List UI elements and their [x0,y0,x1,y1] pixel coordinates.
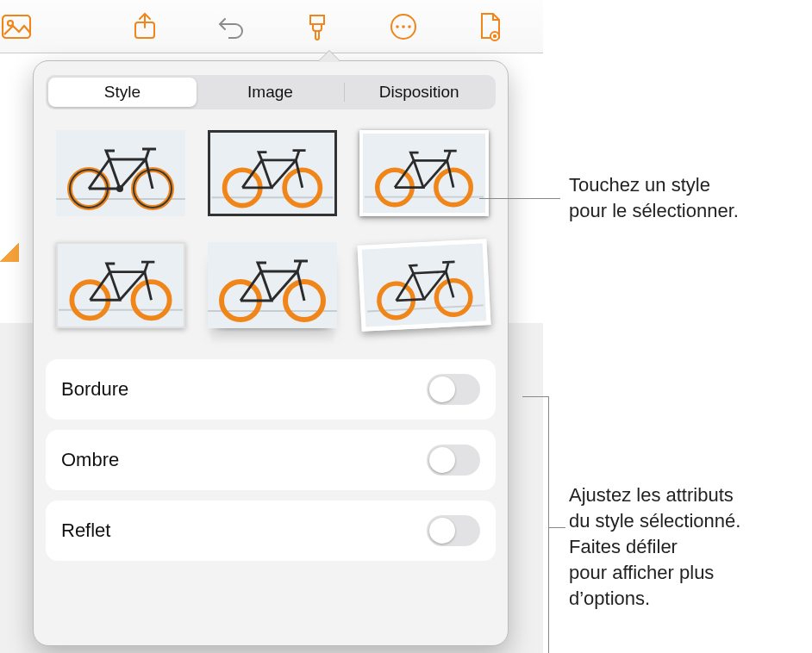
callout-style-select: Touchez un style pour le sélectionner. [569,172,810,224]
format-brush-icon [304,12,330,41]
share-icon [132,12,158,41]
style-thumbnail[interactable] [54,240,187,330]
bicycle-icon [210,133,334,214]
callout-leader-line [522,396,548,397]
callout-text: Ajustez les attributs [569,482,810,508]
option-reflet: Reflet [46,501,496,561]
style-thumbnail[interactable] [355,237,492,333]
svg-point-15 [116,185,123,192]
style-thumbnail[interactable] [206,240,339,330]
style-thumbnail[interactable] [54,128,187,218]
undo-icon [216,14,246,40]
callout-text: du style sélectionné. [569,508,810,534]
callout-text: pour afficher plus [569,560,810,586]
tab-label: Style [104,83,141,102]
format-popover: Style Image Disposition Bordure Ombre [33,60,509,646]
option-label: Ombre [61,449,119,471]
selection-handle [0,243,19,262]
tab-image[interactable]: Image [197,78,345,107]
callout-text: d’options. [569,586,810,612]
tab-disposition[interactable]: Disposition [345,78,493,107]
bicycle-icon [363,134,485,213]
option-label: Bordure [61,378,128,401]
callout-text: Touchez un style [569,172,810,198]
svg-point-1 [8,21,13,26]
callout-leader-line [548,396,549,653]
photos-icon [2,15,31,39]
switch-reflet[interactable] [427,515,480,546]
switch-bordure[interactable] [427,374,480,405]
tab-label: Image [247,83,293,102]
style-thumbnail[interactable] [206,128,339,218]
callout-text: pour le sélectionner. [569,198,810,224]
more-icon [389,12,418,41]
option-ombre: Ombre [46,430,496,490]
style-thumbnail-grid [54,128,487,330]
bicycle-icon [208,242,337,328]
photos-button[interactable] [0,0,34,53]
format-button[interactable] [302,11,333,42]
callout-leader-line [548,527,565,528]
bicycle-icon [362,243,487,326]
bicycle-icon [58,244,184,326]
style-options-list: Bordure Ombre Reflet [46,359,496,561]
svg-point-5 [402,25,405,28]
callout-style-attributes: Ajustez les attributs du style sélection… [569,482,810,612]
segmented-control: Style Image Disposition [46,75,496,109]
callout-text: Faites défiler [569,534,810,560]
svg-point-4 [396,25,399,28]
document-view-icon [477,12,503,41]
toolbar [0,0,543,53]
style-thumbnail[interactable] [358,128,490,218]
tab-label: Disposition [379,83,459,102]
document-view-button[interactable] [474,11,505,42]
tab-style[interactable]: Style [48,78,197,107]
share-button[interactable] [129,11,160,42]
option-label: Reflet [61,519,110,542]
switch-ombre[interactable] [427,445,480,476]
bicycle-icon [56,130,185,216]
more-button[interactable] [388,11,419,42]
svg-point-8 [493,34,497,38]
undo-button[interactable] [215,11,247,42]
svg-point-6 [408,25,411,28]
callout-leader-line [479,198,560,199]
option-bordure: Bordure [46,359,496,420]
